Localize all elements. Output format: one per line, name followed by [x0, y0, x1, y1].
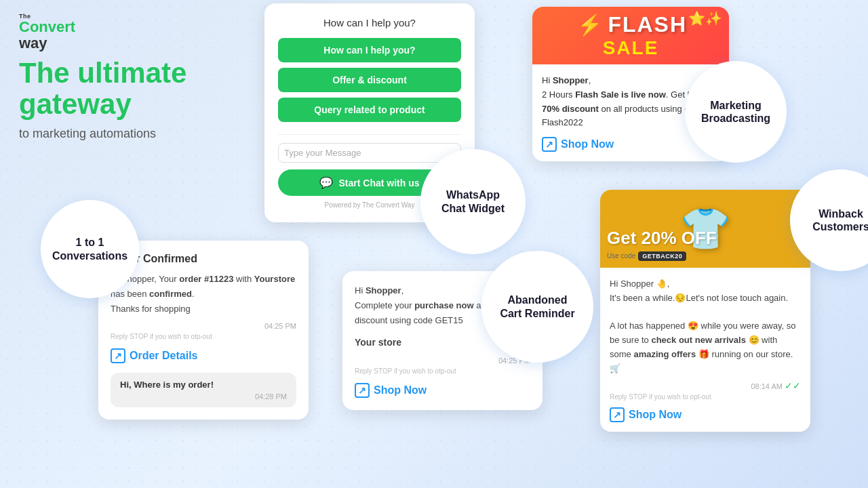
get-off-text: Get 20% OFF [607, 228, 804, 249]
circle-winback-label: WinbackCustomers [812, 207, 868, 233]
winback-card: 👕 Get 20% OFF Use code GETBACK20 Hi Shop… [600, 190, 810, 432]
use-code: Use code GETBACK20 [607, 251, 686, 261]
chat-btn-1[interactable]: How can I help you? [278, 38, 461, 62]
circle-whatsapp-label: WhatsAppChat Widget [441, 188, 505, 214]
external-link-icon: ↗ [355, 383, 370, 398]
circle-marketing: MarketingBroadcasting [685, 61, 787, 163]
logo-convert: Convert [19, 20, 75, 35]
incoming-text: Hi, Where is my order! [120, 380, 287, 390]
circle-abandoned: AbandonedCart Reminder [481, 251, 593, 363]
lightning-icon: ⚡ [577, 14, 602, 36]
order-reply-stop: Reply STOP if you wish to otp-out [111, 333, 296, 340]
hero-section: The ultimate gateway to marketing automa… [19, 58, 229, 141]
external-link-icon: ↗ [542, 137, 557, 152]
order-details-link[interactable]: ↗ Order Details [111, 348, 296, 363]
chat-btn-3[interactable]: Query related to product [278, 98, 461, 122]
incoming-message: Hi, Where is my order! 04:28 PM [111, 373, 296, 407]
hero-subtitle: to marketing automations [19, 127, 229, 141]
flash-text: FLASH [608, 12, 687, 37]
chat-input-placeholder[interactable]: Type your Message [278, 143, 461, 163]
double-check-icon: ✓✓ [785, 380, 801, 391]
promo-code: GETBACK20 [638, 251, 686, 261]
external-link-icon: ↗ [111, 348, 125, 363]
circle-1to1-label: 1 to 1Conversations [52, 236, 127, 262]
abandoned-shop-now[interactable]: ↗ Shop Now [355, 383, 530, 398]
winback-content: Hi Shopper 🤚, It's been a while.😔Let's n… [600, 268, 810, 432]
offer-badge: Get 20% OFF Use code GETBACK20 [607, 228, 804, 261]
circle-marketing-label: MarketingBroadcasting [701, 99, 770, 125]
logo: The Convert way [19, 12, 94, 52]
order-time: 04:25 PM [111, 322, 296, 330]
logo-way: way [19, 35, 75, 52]
start-chat-label: Start Chat with us [338, 178, 419, 188]
chat-question: How can I help you? [278, 17, 461, 28]
winback-reply: Reply STOP if you wish to opt-out [610, 393, 801, 401]
external-link-icon: ↗ [610, 407, 625, 422]
flash-sale-banner: ⚡ FLASH SALE ⭐✨ [532, 7, 729, 64]
incoming-time: 04:28 PM [120, 392, 287, 401]
winback-time: 08:14 AM ✓✓ [610, 380, 801, 391]
order-body: Hi Shopper, Your order #11223 with Yours… [111, 272, 296, 317]
circle-abandoned-label: AbandonedCart Reminder [500, 293, 574, 319]
flash-sale-content: ⚡ FLASH SALE [574, 12, 687, 59]
circle-whatsapp: WhatsAppChat Widget [420, 149, 526, 254]
sale-text: SALE [603, 37, 659, 58]
abandoned-time: 04:25 PM [355, 357, 530, 365]
winback-shop-now[interactable]: ↗ Shop Now [610, 407, 801, 422]
whatsapp-icon: 💬 [319, 176, 333, 189]
abandoned-reply: Reply STOP if you wish to otp-out [355, 367, 530, 375]
circle-1to1: 1 to 1Conversations [41, 200, 139, 298]
hero-title: The ultimate gateway [19, 58, 229, 120]
winback-banner: 👕 Get 20% OFF Use code GETBACK20 [600, 190, 810, 268]
flash-decorations: ⭐✨ [688, 10, 722, 26]
chat-btn-2[interactable]: Offer & discount [278, 68, 461, 92]
